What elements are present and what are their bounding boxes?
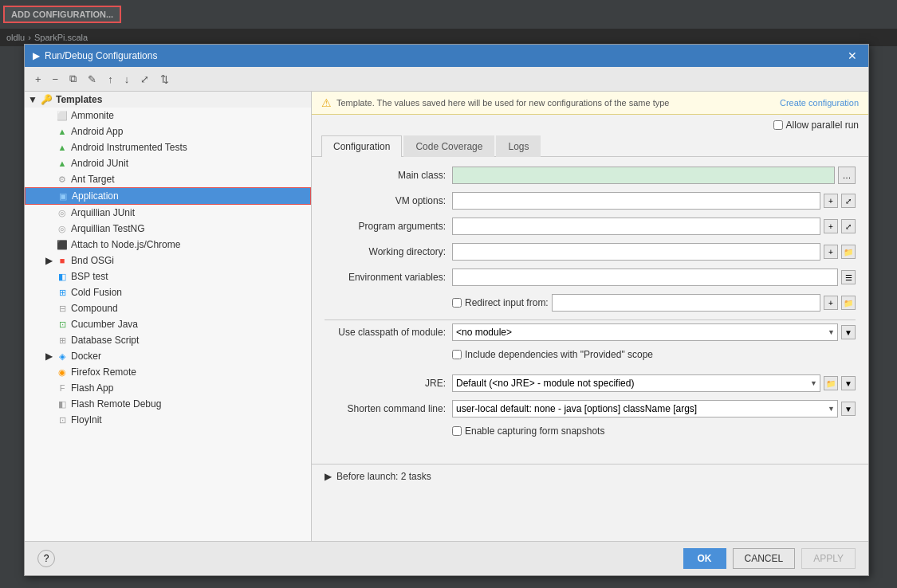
- classpath-module-dropdown-btn[interactable]: ▼: [841, 325, 856, 339]
- vm-options-row: VM options: + ⤢: [325, 192, 856, 211]
- include-deps-checkbox[interactable]: [452, 350, 462, 359]
- database-script-icon: ⊞: [57, 335, 68, 346]
- tree-item-firefox-remote[interactable]: ◉ Firefox Remote: [25, 364, 311, 380]
- tree-item-ant-target[interactable]: ⚙ Ant Target: [25, 171, 311, 187]
- env-vars-input[interactable]: [452, 269, 838, 286]
- include-deps-label[interactable]: Include dependencies with "Provided" sco…: [452, 349, 653, 360]
- attach-node-label: Attach to Node.js/Chrome: [71, 239, 180, 250]
- cucumber-java-icon: ⊡: [57, 319, 68, 330]
- tree-item-cold-fusion[interactable]: ⊞ Cold Fusion: [25, 284, 311, 300]
- jre-dropdown-btn[interactable]: ▼: [841, 376, 856, 390]
- tree-item-arquillian-testng[interactable]: ◎ Arquillian TestNG: [25, 221, 311, 237]
- dialog-titlebar: ▶ Run/Debug Configurations ✕: [25, 45, 868, 67]
- parallel-run-checkbox[interactable]: [773, 120, 783, 130]
- env-vars-label: Environment variables:: [325, 269, 452, 283]
- move-button[interactable]: ⤢: [136, 71, 153, 88]
- tree-item-cucumber-java[interactable]: ⊡ Cucumber Java: [25, 316, 311, 332]
- tree-item-bsp-test[interactable]: ◧ BSP test: [25, 269, 311, 284]
- vm-options-input[interactable]: [452, 192, 820, 210]
- redirect-input-input[interactable]: [552, 294, 820, 312]
- tree-item-android-app[interactable]: ▲ Android App: [25, 123, 311, 139]
- enable-snapshots-label[interactable]: Enable capturing form snapshots: [452, 425, 604, 437]
- redirect-input-label: Redirect input from:: [465, 297, 549, 308]
- working-dir-input[interactable]: [452, 243, 820, 261]
- move-up-button[interactable]: ↑: [104, 71, 117, 88]
- tree-item-android-junit[interactable]: ▲ Android JUnit: [25, 155, 311, 171]
- add-item-button[interactable]: +: [31, 71, 45, 88]
- shorten-cmdline-dropdown-btn[interactable]: ▼: [841, 402, 856, 416]
- android-junit-icon: ▲: [57, 158, 68, 169]
- templates-group[interactable]: ▼ 🔑 Templates: [25, 92, 311, 108]
- tab-configuration[interactable]: Configuration: [321, 135, 402, 157]
- redirect-input-checkbox[interactable]: [452, 298, 462, 308]
- move-down-button[interactable]: ↓: [120, 71, 134, 88]
- before-launch-header[interactable]: ▶ Before launch: 2 tasks: [325, 471, 856, 482]
- shorten-cmdline-label: Shorten command line:: [325, 400, 452, 414]
- tab-code-coverage[interactable]: Code Coverage: [403, 135, 494, 157]
- android-instrumented-label: Android Instrumented Tests: [71, 142, 187, 153]
- compound-icon: ⊟: [57, 303, 68, 314]
- tree-item-flash-app[interactable]: F Flash App: [25, 380, 311, 396]
- enable-snapshots-checkbox[interactable]: [452, 426, 462, 436]
- program-args-input[interactable]: [452, 218, 820, 235]
- redirect-input-expand-button[interactable]: +: [824, 296, 838, 310]
- edit-item-button[interactable]: ✎: [84, 71, 100, 88]
- flash-remote-label: Flash Remote Debug: [71, 398, 161, 410]
- dialog-close-button[interactable]: ✕: [844, 49, 860, 62]
- cucumber-java-label: Cucumber Java: [71, 319, 138, 330]
- cancel-button[interactable]: CANCEL: [733, 548, 796, 569]
- arquillian-testng-label: Arquillian TestNG: [71, 223, 144, 234]
- apply-button[interactable]: APPLY: [801, 548, 856, 569]
- tree-item-application[interactable]: ▣ Application: [25, 187, 311, 205]
- jre-folder-button[interactable]: 📁: [824, 376, 838, 390]
- tree-item-arquillian-junit[interactable]: ◎ Arquillian JUnit: [25, 205, 311, 221]
- enable-snapshots-text: Enable capturing form snapshots: [465, 425, 604, 437]
- main-class-label: Main class:: [325, 167, 452, 181]
- vm-options-expand-button[interactable]: +: [824, 194, 838, 208]
- copy-item-button[interactable]: ⧉: [65, 70, 81, 88]
- help-button[interactable]: ?: [37, 550, 55, 567]
- main-class-browse-button[interactable]: …: [838, 167, 856, 184]
- tree-item-android-instrumented[interactable]: ▲ Android Instrumented Tests: [25, 139, 311, 155]
- redirect-input-checkbox-label[interactable]: Redirect input from:: [452, 297, 549, 308]
- templates-expand-arrow: ▼: [28, 94, 37, 105]
- add-configuration-button[interactable]: ADD CONFIGURATION...: [3, 6, 121, 23]
- tree-item-bnd-osgi[interactable]: ▶ ■ Bnd OSGi: [25, 253, 311, 269]
- templates-label: Templates: [56, 94, 102, 105]
- application-label: Application: [72, 190, 119, 202]
- jre-dropdown[interactable]: Default (<no JRE> - module not specified…: [452, 374, 820, 392]
- main-class-input[interactable]: [452, 167, 835, 184]
- tree-item-docker[interactable]: ▶ ◈ Docker: [25, 348, 311, 364]
- ant-target-icon: ⚙: [57, 174, 68, 185]
- working-dir-expand-button[interactable]: +: [824, 245, 838, 259]
- database-script-label: Database Script: [71, 335, 139, 346]
- before-launch-expand-arrow: ▶: [325, 471, 332, 482]
- android-junit-label: Android JUnit: [71, 158, 128, 169]
- sort-button[interactable]: ⇅: [156, 71, 173, 88]
- application-icon: ▣: [57, 190, 69, 202]
- shorten-cmdline-dropdown[interactable]: user-local default: none - java [options…: [452, 400, 838, 417]
- program-args-expand-button[interactable]: +: [824, 219, 838, 233]
- configuration-tree: ▼ 🔑 Templates ⬜ Ammonite ▲ Android App ▲…: [25, 92, 312, 541]
- classpath-module-dropdown[interactable]: <no module>: [452, 323, 838, 341]
- tree-item-ammonite[interactable]: ⬜ Ammonite: [25, 108, 311, 123]
- vm-options-fullscreen-button[interactable]: ⤢: [841, 194, 856, 208]
- working-dir-folder-button[interactable]: 📁: [841, 245, 856, 259]
- redirect-input-folder-button[interactable]: 📁: [841, 296, 856, 310]
- tree-item-floy-init[interactable]: ⊡ FloyInit: [25, 412, 311, 428]
- remove-item-button[interactable]: −: [49, 71, 63, 88]
- create-configuration-link[interactable]: Create configuration: [780, 98, 859, 108]
- tree-item-attach-node[interactable]: ⬛ Attach to Node.js/Chrome: [25, 237, 311, 253]
- floy-init-icon: ⊡: [57, 414, 68, 425]
- env-vars-edit-button[interactable]: ☰: [841, 270, 856, 284]
- program-args-label: Program arguments:: [325, 218, 452, 232]
- program-args-fullscreen-button[interactable]: ⤢: [841, 219, 856, 233]
- tree-item-database-script[interactable]: ⊞ Database Script: [25, 332, 311, 348]
- tab-logs[interactable]: Logs: [496, 135, 541, 157]
- enable-snapshots-row: Enable capturing form snapshots: [325, 425, 856, 445]
- ok-button[interactable]: OK: [683, 548, 726, 569]
- parallel-run-label[interactable]: Allow parallel run: [773, 120, 859, 131]
- tree-item-compound[interactable]: ⊟ Compound: [25, 300, 311, 316]
- templates-icon: 🔑: [41, 94, 53, 105]
- tree-item-flash-remote[interactable]: ◧ Flash Remote Debug: [25, 396, 311, 412]
